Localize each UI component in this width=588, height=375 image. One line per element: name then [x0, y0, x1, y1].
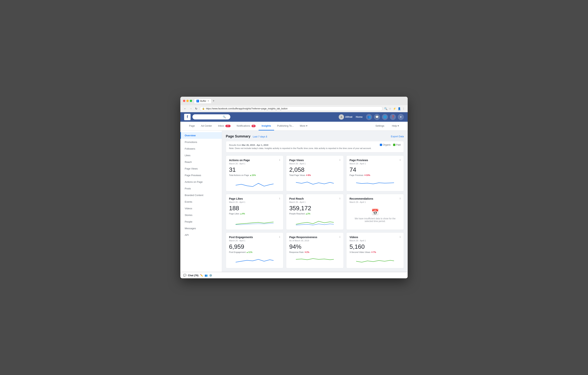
new-tab-button[interactable]: +	[212, 99, 216, 103]
url-text: https://www.facebook.com/bufferapp/insig…	[206, 107, 380, 110]
minimize-button[interactable]	[186, 100, 189, 102]
messenger-icon[interactable]: 💬	[374, 114, 380, 120]
stat-info-icon[interactable]: ℹ	[279, 159, 280, 161]
nav-item-page[interactable]: Page	[186, 122, 198, 131]
stat-info-icon[interactable]: ℹ	[279, 197, 280, 200]
page-nav-right: Settings Help ▾	[372, 122, 402, 131]
fb-user-name: Alfred	[345, 115, 352, 118]
nav-item-inbox[interactable]: Inbox 20+	[215, 122, 234, 131]
stat-info-icon[interactable]: ℹ	[339, 159, 340, 161]
sidebar-item-followers[interactable]: Followers	[180, 145, 222, 152]
nav-item-notifications[interactable]: Notifications 99	[234, 122, 259, 131]
bookmark-icon[interactable]: ☆	[389, 107, 391, 110]
sidebar-item-promotions[interactable]: Promotions	[180, 139, 222, 145]
nav-item-publishing[interactable]: Publishing To...	[274, 122, 297, 131]
extensions-icon[interactable]: ⚡	[393, 107, 396, 110]
close-button[interactable]	[183, 100, 185, 102]
stat-chart-post-engagements	[229, 255, 280, 265]
sidebar-item-page-previews[interactable]: Page Previews	[180, 172, 222, 179]
stat-card-page-previews: Page Previews ℹ March 26 - April 1 74 Pa…	[346, 155, 404, 191]
nav-item-more[interactable]: More ▾	[297, 122, 310, 131]
fb-home-link[interactable]: Home	[354, 115, 364, 119]
menu-icon[interactable]: ⋮	[402, 107, 405, 110]
organic-dot	[380, 144, 382, 146]
sidebar-item-posts[interactable]: Posts	[180, 185, 222, 192]
sidebar-item-reach[interactable]: Reach	[180, 159, 222, 165]
refresh-button[interactable]: ↻	[194, 107, 198, 110]
sidebar-item-people[interactable]: People	[180, 218, 222, 225]
stat-info-icon[interactable]: ℹ	[339, 197, 340, 200]
stat-card-header: Recommendations ℹ	[349, 197, 401, 200]
url-box[interactable]: 🔒 https://www.facebook.com/bufferapp/ins…	[200, 106, 383, 111]
nav-item-insights[interactable]: Insights	[259, 122, 274, 131]
globe-icon[interactable]: 🌐	[382, 114, 388, 120]
chat-people-icon[interactable]: 👥	[205, 274, 208, 277]
fb-search-icon: 🔍	[223, 115, 226, 118]
stat-date: As of March 30, 2019	[289, 239, 340, 242]
sidebar-item-likes[interactable]: Likes	[180, 152, 222, 159]
sidebar: Overview Promotions Followers Likes Reac…	[180, 131, 222, 272]
page-summary-heading: Page Summary Last 7 days ℹ	[226, 134, 267, 138]
stat-value: 5,160	[349, 243, 401, 250]
nav-item-ad-center[interactable]: Ad Center	[198, 122, 215, 131]
sidebar-item-api[interactable]: API	[180, 232, 222, 238]
legend-organic: Organic	[380, 143, 391, 146]
nav-item-help[interactable]: Help ▾	[389, 122, 402, 131]
sidebar-item-videos[interactable]: Videos	[180, 205, 222, 212]
stat-change: ▲2%	[305, 212, 310, 215]
fb-search-input[interactable]: Buffer	[195, 115, 222, 118]
title-bar: f Buffer ✕ +	[180, 97, 408, 105]
profile-icon[interactable]: 👤	[398, 107, 401, 110]
help-icon[interactable]: ❓	[390, 114, 396, 120]
address-bar: ← → ↻ 🔒 https://www.facebook.com/buffera…	[180, 105, 408, 112]
forward-button[interactable]: →	[189, 107, 193, 110]
stat-date: March 26 - April 1	[289, 163, 340, 165]
stat-title: Recommendations	[349, 197, 373, 200]
sidebar-item-branded-content[interactable]: Branded Content	[180, 192, 222, 199]
chat-label: Chat (76)	[188, 274, 199, 277]
maximize-button[interactable]	[190, 100, 192, 102]
fb-search-box[interactable]: Buffer 🔍	[192, 114, 230, 120]
tab-close-button[interactable]: ✕	[207, 100, 209, 102]
search-icon[interactable]: 🔍	[384, 107, 387, 110]
fb-logo-area: f Buffer 🔍	[184, 114, 230, 120]
stat-info-icon[interactable]: ℹ	[279, 236, 280, 238]
paid-dot	[393, 144, 395, 146]
chat-widget[interactable]: 💬 Chat (76) ✏️ 👥 ⚙️	[180, 272, 408, 278]
stat-label: 3-Second Video Views ▼7%	[349, 251, 401, 253]
sidebar-item-page-views[interactable]: Page Views	[180, 165, 222, 172]
main-content: Overview Promotions Followers Likes Reac…	[180, 131, 408, 272]
export-data-button[interactable]: Export Data	[391, 135, 404, 138]
stat-date: March 26 - April 1	[229, 239, 280, 242]
stat-info-icon[interactable]: ℹ	[339, 236, 340, 238]
back-button[interactable]: ←	[183, 107, 187, 110]
friends-icon[interactable]: 👥	[366, 114, 372, 120]
stat-card-header: Post Reach ℹ	[289, 197, 340, 200]
stat-info-icon[interactable]: ℹ	[400, 197, 401, 200]
sidebar-item-messages[interactable]: Messages	[180, 225, 222, 232]
stat-card-header: Post Engagements ℹ	[229, 236, 280, 239]
stat-info-icon[interactable]: ℹ	[400, 159, 401, 161]
sidebar-item-actions-on-page[interactable]: Actions on Page	[180, 179, 222, 185]
data-note: Results from Mar 26, 2019 - Apr 1, 2019 …	[226, 141, 404, 153]
stat-card-recommendations: Recommendations ℹ March 26 - April 1 📅 W…	[346, 194, 404, 230]
sidebar-item-overview[interactable]: Overview	[180, 132, 222, 139]
inbox-badge: 20+	[225, 125, 231, 127]
nav-item-settings[interactable]: Settings	[372, 122, 387, 131]
browser-window: f Buffer ✕ + ← → ↻ 🔒 https://www.faceboo…	[180, 97, 408, 278]
legend: Organic Paid	[380, 143, 401, 146]
arrow-icon[interactable]: ▾	[398, 114, 404, 120]
fb-navbar: f Buffer 🔍 A Alfred Home 👥 💬 🌐 ❓ ▾	[180, 112, 408, 122]
stat-card-page-views: Page Views ℹ March 26 - April 1 2,058 To…	[286, 155, 344, 191]
sidebar-item-events[interactable]: Events	[180, 199, 222, 205]
date-range[interactable]: Last 7 days	[253, 135, 266, 138]
stat-label: People Reached ▲2%	[289, 212, 340, 215]
sidebar-item-stories[interactable]: Stories	[180, 212, 222, 218]
stat-info-icon[interactable]: ℹ	[400, 236, 401, 238]
stat-change: ▲15%	[250, 174, 256, 176]
chat-settings-icon[interactable]: ⚙️	[209, 274, 212, 277]
stat-chart-videos	[349, 255, 401, 265]
chat-new-message-icon[interactable]: ✏️	[200, 274, 203, 277]
stat-title: Page Likes	[229, 197, 243, 200]
browser-tab[interactable]: f Buffer ✕	[194, 99, 212, 103]
